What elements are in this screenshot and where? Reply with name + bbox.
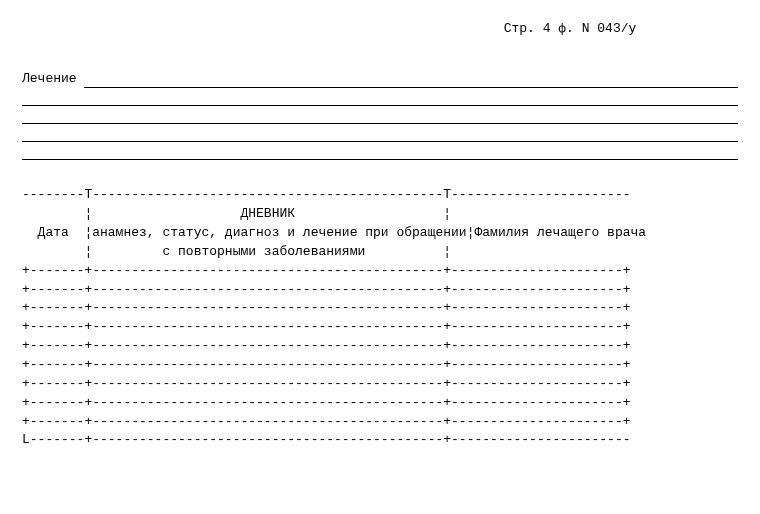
treatment-line-1: [84, 73, 738, 88]
treatment-label: Лечение: [22, 70, 84, 88]
form-code: Стр. 4 ф. N 043/у: [504, 21, 637, 36]
treatment-line-2: [22, 88, 738, 106]
page-header: Стр. 4 ф. N 043/у: [22, 20, 738, 38]
treatment-section: Лечение: [22, 70, 738, 160]
treatment-line-3: [22, 106, 738, 124]
treatment-line-5: [22, 142, 738, 160]
diary-table: --------T-------------------------------…: [22, 186, 738, 450]
treatment-line-4: [22, 124, 738, 142]
treatment-first-line: Лечение: [22, 70, 738, 88]
